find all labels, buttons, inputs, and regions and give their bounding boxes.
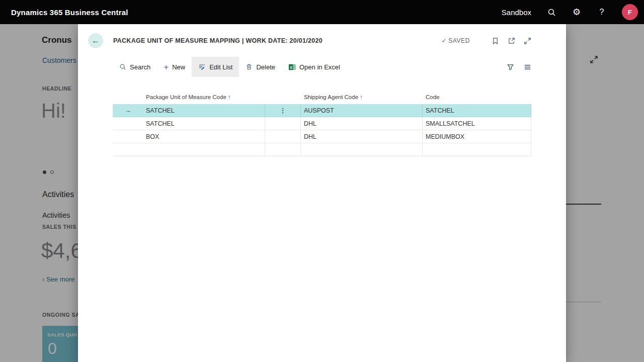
saved-label: SAVED [448, 37, 470, 44]
cell-package-uom[interactable]: SATCHEL [143, 104, 265, 117]
table-row[interactable]: BOX DHL MEDIUMBOX [113, 130, 531, 143]
cell-code[interactable]: SMALLSATCHEL [423, 117, 531, 130]
help-icon[interactable]: ? [597, 7, 607, 17]
dialog-title: PACKAGE UNIT OF MEASURE MAPPING | WORK D… [113, 37, 323, 44]
open-in-window-icon[interactable] [507, 37, 515, 45]
open-in-excel-button[interactable]: X Open in Excel [282, 57, 347, 77]
table-row[interactable]: → SATCHEL ⋮ AUSPOST SATCHEL [113, 104, 531, 117]
app-title[interactable]: Dynamics 365 Business Central [11, 8, 128, 17]
cell-package-uom[interactable]: BOX [143, 130, 265, 143]
new-label: New [172, 63, 185, 71]
search-icon [119, 63, 126, 70]
screen: Dynamics 365 Business Central Sandbox ⚙ … [0, 0, 644, 362]
dialog-toolbar: Search + New Edit List Delete [113, 57, 531, 77]
row-selection-cell [113, 143, 143, 156]
search-label: Search [130, 63, 150, 71]
topbar-right: Sandbox ⚙ ? F [502, 4, 638, 20]
row-selection-cell [113, 117, 143, 130]
search-icon[interactable] [546, 7, 556, 17]
workspace-background: Cronus Customers HEADLINE Hi! Activities… [0, 24, 644, 362]
new-button[interactable]: + New [157, 57, 192, 77]
cell-code[interactable]: SATCHEL [423, 104, 531, 117]
search-button[interactable]: Search [113, 57, 157, 77]
cell-package-uom[interactable]: SATCHEL [143, 117, 265, 130]
mapping-table: Package Unit of Measure Code ↑ Shipping … [113, 90, 531, 156]
delete-label: Delete [256, 63, 275, 71]
excel-icon: X [288, 63, 296, 71]
cell-package-uom[interactable] [143, 143, 265, 156]
cell-shipping-agent[interactable]: DHL [301, 130, 423, 143]
trash-icon [246, 63, 253, 70]
list-options-icon[interactable] [523, 63, 531, 71]
table-row-empty[interactable] [113, 143, 531, 156]
expand-icon[interactable] [523, 37, 531, 45]
header-package-uom-code[interactable]: Package Unit of Measure Code ↑ [143, 94, 265, 100]
check-icon: ✓ [442, 37, 447, 44]
cell-code[interactable]: MEDIUMBOX [423, 130, 531, 143]
filter-icon[interactable] [506, 63, 514, 71]
svg-text:X: X [290, 65, 292, 69]
row-options-cell [265, 143, 301, 156]
edit-list-icon [198, 63, 206, 71]
cell-code[interactable] [423, 143, 531, 156]
table-row[interactable]: SATCHEL DHL SMALLSATCHEL [113, 117, 531, 130]
dialog-header: ← PACKAGE UNIT OF MEASURE MAPPING | WORK… [78, 24, 566, 48]
cell-shipping-agent[interactable] [301, 143, 423, 156]
header-code[interactable]: Code [423, 94, 531, 100]
cell-shipping-agent[interactable]: DHL [301, 117, 423, 130]
plus-icon: + [164, 63, 169, 71]
table-header-row: Package Unit of Measure Code ↑ Shipping … [113, 90, 531, 104]
delete-button[interactable]: Delete [239, 57, 282, 77]
row-selection-cell [113, 130, 143, 143]
bookmark-icon[interactable] [491, 37, 499, 45]
row-options-cell [265, 117, 301, 130]
avatar[interactable]: F [622, 4, 638, 20]
cell-shipping-agent[interactable]: AUSPOST [301, 104, 423, 117]
package-uom-mapping-dialog: ← PACKAGE UNIT OF MEASURE MAPPING | WORK… [78, 24, 566, 362]
edit-list-button[interactable]: Edit List [192, 57, 239, 77]
edit-list-label: Edit List [209, 63, 232, 71]
topbar: Dynamics 365 Business Central Sandbox ⚙ … [0, 0, 644, 24]
saved-status: ✓ SAVED [442, 37, 470, 44]
gear-icon[interactable]: ⚙ [572, 7, 582, 17]
header-shipping-agent-code[interactable]: Shipping Agent Code ↑ [301, 94, 423, 100]
row-more-options-icon[interactable]: ⋮ [265, 104, 301, 117]
back-button[interactable]: ← [88, 33, 103, 48]
open-in-excel-label: Open in Excel [299, 63, 340, 71]
dialog-header-actions: ✓ SAVED [442, 37, 531, 45]
active-row-indicator-icon: → [113, 104, 143, 117]
environment-badge[interactable]: Sandbox [502, 8, 531, 17]
row-options-cell [265, 130, 301, 143]
